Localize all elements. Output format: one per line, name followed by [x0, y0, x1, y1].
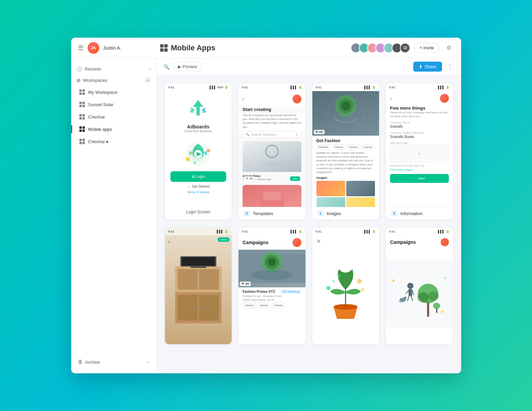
- adboards-title: Adboards: [187, 124, 209, 129]
- company-name-value: Scientifc: [390, 125, 449, 128]
- images-badge: 1: [317, 211, 324, 216]
- status-icons-5: ▌▌▌🔋: [217, 230, 228, 233]
- workspaces-ruler-icon: ⊞: [77, 78, 80, 83]
- tags-row: Fashion Interior Interior Interior: [316, 145, 375, 150]
- card-templates: 9:41 ▌▌▌🔋 ‹ Start creating: [238, 84, 306, 220]
- play-icon: ▶: [178, 64, 181, 69]
- svg-point-48: [433, 303, 440, 309]
- usage-img-4: [346, 197, 375, 207]
- card8-title: Campaigns: [390, 239, 416, 245]
- time-label-2: 9:41: [242, 86, 248, 89]
- status-icons-2: ▌▌▌🔋: [290, 86, 302, 89]
- back-arrow-card5-icon[interactable]: ‹: [168, 239, 170, 244]
- back-arrow-icon[interactable]: ‹: [243, 96, 244, 102]
- card1-footer-label: Login Screen: [165, 207, 232, 217]
- search-button[interactable]: 🔍: [164, 64, 169, 70]
- campaign-impressions: 12500 Impressions, $3.50: [243, 298, 301, 301]
- sidebar-archive-item[interactable]: 🗄 Archive ∨: [74, 357, 154, 368]
- card8-main: Campaigns: [386, 235, 453, 344]
- template-item-2: 👁AR Use: [243, 185, 301, 207]
- invite-button[interactable]: + Invite: [414, 43, 439, 53]
- user-avatar: JA: [88, 42, 99, 54]
- status-bar-1: 9:41 ▌▌▌WiFi🔋: [165, 84, 232, 91]
- workspaces-label: Workspaces: [83, 78, 107, 83]
- time-label-8: 9:41: [389, 230, 395, 233]
- logo-upload-box[interactable]: +: [390, 145, 449, 162]
- status-icons-4: ▌▌▌🔋: [438, 86, 449, 89]
- menu-icon[interactable]: ☰: [78, 44, 83, 52]
- status-bar-3: 9:41 ▌▌▌🔋: [312, 84, 379, 91]
- sidebar-recents-header[interactable]: 🕐 Recents ∧: [71, 64, 156, 74]
- collaborators-avatars: 12: [351, 43, 410, 53]
- templates-card-name: Templates: [253, 211, 273, 216]
- cabinet-illustration-svg: [165, 235, 232, 344]
- got-fashion-header: Got Fashion Fashion Interior Interior In…: [312, 136, 379, 207]
- card8-avatar: [441, 238, 449, 246]
- preview-button[interactable]: ▶ Preview: [173, 62, 202, 71]
- svg-rect-10: [263, 192, 281, 200]
- toolbar: 🔍 ▶ Preview ⬆ Share ⋮: [157, 58, 461, 75]
- campaign-tag-3: Interior: [272, 303, 285, 308]
- mobile-apps-icon: [79, 126, 85, 132]
- back-arrow-card4-icon[interactable]: ‹: [390, 96, 392, 101]
- login-button-card[interactable]: ⊕ Login: [170, 171, 226, 182]
- more-options-button[interactable]: ⋮: [445, 62, 454, 72]
- campaign-info: Fashion Promo XYZ 100 Watching Sunday 13…: [238, 287, 306, 310]
- few-more-desc: Please fill out your company information…: [390, 111, 449, 118]
- person-tree-svg: [386, 249, 453, 338]
- sidebar-footer: 🗄 Archive ∨: [71, 357, 156, 368]
- campaign-tags-row: Interior Interior Interior: [243, 303, 301, 308]
- svg-point-22: [194, 279, 196, 281]
- sidebar-item-chenhai[interactable]: Chenhai: [74, 111, 154, 123]
- card4-header-row: ‹: [390, 91, 449, 105]
- next-button[interactable]: → Next: [390, 174, 449, 183]
- potted-plant-svg: [315, 256, 376, 324]
- settings-icon[interactable]: ⚙: [443, 42, 454, 53]
- svg-point-32: [268, 258, 276, 266]
- time-label-3: 9:41: [316, 86, 322, 89]
- time-label-6: 9:41: [242, 230, 248, 233]
- template-img-1: [243, 141, 301, 172]
- svg-point-45: [417, 292, 429, 302]
- dont-have-logo[interactable]: Don't have a logo?: [390, 168, 449, 171]
- login-label: Login: [196, 174, 205, 178]
- card2-main: ‹ Start creating This all templates are …: [238, 91, 306, 207]
- svg-point-8: [262, 161, 282, 166]
- sidebar-item-my-workspace[interactable]: My Workspace: [74, 86, 154, 98]
- sidebar-item-label: Chenhai: [88, 114, 105, 120]
- clock-icon: 🕐: [77, 66, 82, 72]
- sidebar-item-chenhai2[interactable]: Chenhai ●: [74, 136, 154, 147]
- watching-badge: 100 Watching: [281, 289, 301, 294]
- card3-main: 👁AR Got Fashion Fashion Interior Interio…: [312, 91, 379, 207]
- next-label: Next: [418, 177, 425, 180]
- avatar-overflow-count: 12: [400, 43, 410, 53]
- campaigns-title: Campaigns: [243, 240, 268, 245]
- app-body: 🕐 Recents ∧ ⊞ Workspaces + My Workspace: [71, 58, 461, 373]
- x-close-icon[interactable]: ✕: [316, 238, 321, 245]
- chenhai-icon: [79, 114, 85, 120]
- sidebar-item-mobile-apps[interactable]: Mobile apps: [74, 123, 154, 135]
- campaigns-image: 👁AR: [238, 250, 306, 287]
- use-badge-1[interactable]: Use: [290, 176, 300, 181]
- card-screen-2: 9:41 ▌▌▌🔋 ‹ Start creating: [238, 84, 306, 207]
- card4-label-left: 5 Information: [391, 211, 423, 216]
- sidebar-item-sunset-solar[interactable]: Sunset Solar: [74, 99, 154, 110]
- status-icons-7: ▌▌▌🔋: [364, 230, 376, 233]
- add-workspace-button[interactable]: +: [145, 77, 151, 83]
- terms-link[interactable]: Terms of service: [187, 190, 209, 194]
- card-screen-5: 9:41 ▌▌▌🔋 Done ‹: [165, 228, 232, 344]
- search-templates-bar[interactable]: 🔍 Search Templates ⊞: [243, 131, 301, 138]
- main-content: 9:41 ▌▌▌WiFi🔋: [157, 75, 461, 373]
- card-plant: 9:41 ▌▌▌🔋 ✕: [312, 228, 379, 344]
- share-button[interactable]: ⬆ Share: [413, 62, 442, 72]
- card-screen-6: 9:41 ▌▌▌🔋 Campaigns: [238, 228, 306, 344]
- svg-point-56: [403, 297, 406, 300]
- svg-point-3: [207, 149, 210, 152]
- card-screen-1: 9:41 ▌▌▌WiFi🔋: [165, 84, 232, 207]
- svg-point-39: [361, 288, 364, 291]
- status-icons-1: ▌▌▌WiFi🔋: [210, 86, 228, 89]
- header: ☰ JA Justin A. Mobile Apps 12 + Invite ⚙: [71, 38, 461, 58]
- card-screen-7: 9:41 ▌▌▌🔋 ✕: [312, 228, 379, 344]
- workspaces-label-row: ⊞ Workspaces: [77, 78, 107, 83]
- svg-point-38: [332, 280, 335, 283]
